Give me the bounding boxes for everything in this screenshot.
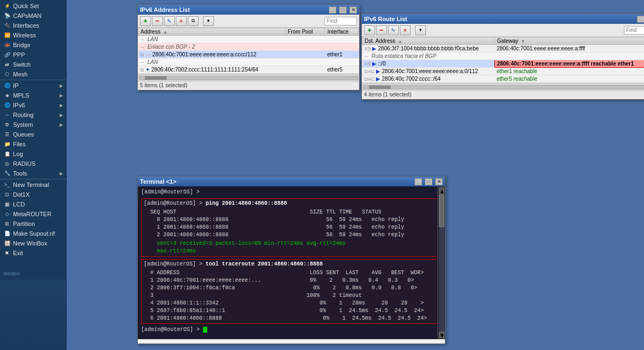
ipv6-addr-minimize-btn[interactable]: _ — [329, 7, 336, 14]
sidebar-item-mesh[interactable]: ⬡ Mesh — [0, 69, 66, 79]
ipv6-addr-titlebar[interactable]: IPv6 Address List _ □ ✕ — [138, 5, 359, 15]
scrollbar-track[interactable] — [363, 85, 644, 89]
table-row-selected[interactable]: AS ▶ ::/0 2806:40c:7001:eeee:eeee:eeee:a… — [362, 60, 645, 68]
ipv6-addr-hscrollbar[interactable] — [138, 74, 359, 81]
ping-summary2: max-rtt=24ms — [144, 248, 439, 255]
table-row[interactable]: DAC ▶ 2806:40c:7001:eeee:eeee:eeee:a:0/1… — [362, 68, 645, 75]
ipv6-addr-cross-btn[interactable]: ✕ — [176, 16, 187, 26]
terminal-titlebar[interactable]: Terminal <1> _ □ ✕ — [138, 177, 445, 186]
routing-icon: ↔ — [3, 111, 11, 119]
sidebar-item-label: System — [13, 121, 33, 128]
table-row[interactable]: ··· Ruta estatica hacia el BGP — [362, 53, 645, 60]
scrollbar-up-btn[interactable]: ▲ — [439, 187, 444, 194]
sidebar-item-lcd[interactable]: ▦ LCD — [0, 199, 66, 209]
table-row-selected[interactable]: G → 2806:40c:7001:eeee:eeee:eeee:a:cccc/… — [138, 51, 359, 59]
scrollbar-track-v[interactable] — [439, 195, 444, 331]
traceroute-header: # ADDRESS LOSS SENT LAST AVG BEST WOR> — [144, 269, 439, 277]
ipv6-route-hscrollbar[interactable] — [362, 83, 644, 90]
traceroute-row-5: 5 2607:f8b0:85a1:140::1 0% 1 24.5ms 24.5… — [144, 307, 439, 315]
log-icon: 📋 — [3, 150, 11, 158]
ping-prompt: [admin@RouterOS] > ping 2001:4860:4860::… — [144, 200, 439, 208]
ipv6-addr-add-btn[interactable]: + — [140, 16, 151, 26]
sidebar-item-ipv6[interactable]: 🌐 IPv6 ▶ — [0, 100, 66, 110]
sidebar-item-queues[interactable]: ☰ Queues — [0, 129, 66, 139]
table-row[interactable]: ··· Enlace con BGP - 2 — [138, 43, 359, 51]
sidebar: ⚡ Quick Set 📡 CAPsMAN 🔌 Interfaces 📶 Wir… — [0, 0, 67, 350]
ipv6-addr-edit-btn[interactable]: ✎ — [164, 16, 175, 26]
table-row[interactable]: ··· LAN — [138, 36, 359, 43]
sidebar-item-files[interactable]: 📁 Files — [0, 139, 66, 149]
sidebar-item-label: Partition — [13, 221, 35, 227]
sidebar-item-ppp[interactable]: 🔗 PPP — [0, 50, 66, 60]
col-header-gateway[interactable]: Gateway ▼ — [494, 37, 644, 45]
terminal-vscrollbar[interactable]: ▲ ▼ — [437, 186, 445, 339]
sidebar-item-capsman[interactable]: 📡 CAPsMAN — [0, 11, 66, 21]
ipv6-route-titlebar[interactable]: IPv6 Route List _ □ ✕ — [362, 14, 644, 24]
col-header-pool[interactable]: From Pool — [285, 28, 325, 36]
col-header-address[interactable]: Address ▲ — [138, 28, 285, 36]
table-row[interactable]: G ✦ 2806:40c:7002:cccc:1111:1111:1111:25… — [138, 66, 359, 74]
ipv6-addr-status-text: 5 items (1 selected) — [140, 82, 187, 88]
scrollbar-track[interactable] — [139, 76, 358, 80]
sidebar-item-new-winbox[interactable]: 🪟 New WinBox — [0, 238, 66, 248]
ipv6-addr-find-input[interactable] — [324, 17, 357, 25]
interfaces-icon: 🔌 — [3, 22, 11, 29]
mpls-arrow: ▶ — [60, 93, 63, 98]
sidebar-item-new-terminal[interactable]: >_ New Terminal — [0, 180, 66, 190]
sidebar-item-mpls[interactable]: ◈ MPLS ▶ — [0, 90, 66, 100]
ipv6-route-edit-btn[interactable]: ✎ — [388, 25, 399, 35]
sidebar-item-ip[interactable]: 🌐 IP ▶ — [0, 81, 66, 90]
scrollbar-thumb[interactable] — [369, 86, 391, 89]
table-row[interactable]: DAC ▶ 2806:40c:7002:cccc::/64 ether5 rea… — [362, 75, 645, 83]
ipv6-route-cross-btn[interactable]: ✕ — [400, 25, 411, 35]
ipv6-addr-maximize-btn[interactable]: □ — [339, 7, 347, 14]
table-row[interactable]: XS ▶ 2806:3f7:1004:bbbb:bbbb:bbbb:f0ca:b… — [362, 45, 645, 53]
cross-icon: ✕ — [179, 18, 183, 24]
sidebar-item-routing[interactable]: ↔ Routing ▶ — [0, 110, 66, 120]
sidebar-item-dot1x[interactable]: ⊡ Dot1X — [0, 190, 66, 199]
ipv6-addr-remove-btn[interactable]: − — [152, 16, 163, 26]
ipv6-addr-table-container: Address ▲ From Pool Interface ··· LAN ··… — [138, 28, 359, 74]
terminal-maximize-btn[interactable]: □ — [425, 178, 432, 185]
sidebar-item-quick-set[interactable]: ⚡ Quick Set — [0, 1, 66, 11]
table-row[interactable]: ··· LAN — [138, 59, 359, 66]
sidebar-item-bridge[interactable]: 🌉 Bridge — [0, 40, 66, 50]
sidebar-item-switch[interactable]: ⇄ Switch — [0, 60, 66, 69]
sidebar-item-wireless[interactable]: 📶 Wireless — [0, 30, 66, 40]
sidebar-item-radius[interactable]: ◎ RADIUS — [0, 159, 66, 168]
ipv6-route-minimize-btn[interactable]: _ — [637, 16, 644, 23]
sort-arrow-dst: ▲ — [398, 39, 402, 44]
ping-row-0: 0 2001:4860:4860::8888 56 59 24ms echo r… — [144, 216, 439, 224]
sidebar-item-log[interactable]: 📋 Log — [0, 149, 66, 159]
sidebar-item-system[interactable]: ⚙ System ▶ — [0, 120, 66, 129]
col-header-dst[interactable]: Dst. Address ▲ — [362, 37, 495, 45]
filter-icon: ▼ — [418, 28, 423, 33]
sidebar-item-partition[interactable]: ⊞ Partition — [0, 219, 66, 229]
terminal-close-btn[interactable]: ✕ — [435, 178, 443, 185]
terminal-body[interactable]: [admin@RouterOS] > [admin@RouterOS] > pi… — [138, 186, 445, 339]
sidebar-item-label: Exit — [13, 250, 23, 256]
sidebar-item-label: MetaROUTER — [13, 211, 52, 217]
ipv6-route-remove-btn[interactable]: − — [376, 25, 387, 35]
traceroute-section: [admin@RouterOS] > tool traceroute 2001:… — [141, 259, 442, 324]
metarouter-icon: ◇ — [3, 210, 11, 218]
ipv6-route-find-input[interactable] — [624, 26, 644, 35]
ipv6-addr-copy-btn[interactable]: ⧉ — [188, 16, 199, 26]
ipv6-addr-filter-btn[interactable]: ▼ — [203, 16, 214, 26]
ipv6-route-filter-btn[interactable]: ▼ — [415, 25, 426, 35]
traceroute-prompt: [admin@RouterOS] > tool traceroute 2001:… — [144, 261, 439, 268]
sidebar-item-exit[interactable]: ✖ Exit — [0, 248, 66, 258]
scrollbar-down-btn[interactable]: ▼ — [439, 332, 444, 338]
sidebar-item-metarouter[interactable]: ◇ MetaROUTER — [0, 209, 66, 219]
sidebar-item-label: Make Supout.rif — [13, 230, 55, 237]
ipv6-addr-close-btn[interactable]: ✕ — [349, 7, 357, 14]
terminal-minimize-btn[interactable]: _ — [415, 178, 422, 185]
scrollbar-thumb-v[interactable] — [439, 195, 444, 227]
ipv6-route-add-btn[interactable]: + — [364, 25, 375, 35]
sidebar-item-tools[interactable]: 🔧 Tools ▶ — [0, 168, 66, 178]
sidebar-item-interfaces[interactable]: 🔌 Interfaces — [0, 21, 66, 30]
col-header-interface[interactable]: Interface — [325, 28, 359, 36]
scrollbar-thumb[interactable] — [145, 76, 167, 80]
sidebar-item-make-supout[interactable]: 📄 Make Supout.rif — [0, 229, 66, 238]
ip-icon: 🌐 — [3, 82, 11, 89]
